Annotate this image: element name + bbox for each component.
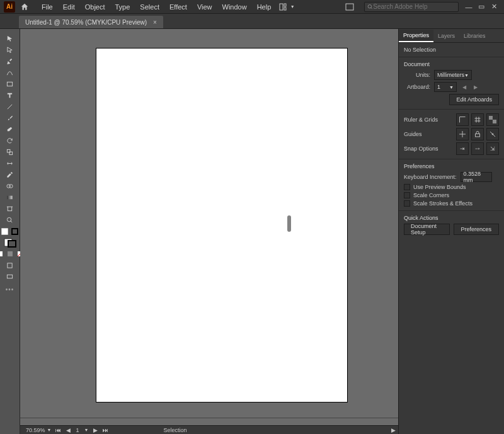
gradient-mode-icon[interactable] xyxy=(6,249,14,258)
minimize-button[interactable]: — xyxy=(462,1,475,13)
use-preview-bounds-checkbox[interactable]: Use Preview Bounds xyxy=(404,184,499,190)
zoom-dropdown[interactable]: 70.59%▼ xyxy=(23,427,54,433)
svg-rect-21 xyxy=(8,241,16,247)
search-field[interactable] xyxy=(364,2,459,12)
artboard-prev-button[interactable]: ◀ xyxy=(65,427,72,433)
horizontal-scrollbar[interactable] xyxy=(20,418,398,425)
preferences-section-title: Preferences xyxy=(404,163,499,169)
close-tab-icon[interactable]: × xyxy=(153,19,157,26)
menu-view[interactable]: View xyxy=(192,2,217,12)
document-tab-title: Untitled-1 @ 70.59% (CMYK/CPU Preview) xyxy=(25,19,147,26)
scale-strokes-checkbox[interactable]: Scale Strokes & Effects xyxy=(404,200,499,207)
artboard-index-field[interactable]: 1 xyxy=(74,427,80,433)
selection-status: No Selection xyxy=(404,47,499,53)
keyboard-increment-input[interactable]: 0.3528 mm xyxy=(461,172,492,182)
pen-tool[interactable] xyxy=(6,57,14,66)
artboard-last-button[interactable]: ⏭ xyxy=(101,427,110,433)
artboard-dropdown[interactable]: 1▼ xyxy=(434,82,457,92)
artboard-first-button[interactable]: ⏮ xyxy=(54,427,62,433)
arrange-documents-icon[interactable] xyxy=(341,2,358,12)
edit-artboards-button[interactable]: Edit Artboards xyxy=(449,94,499,105)
svg-rect-23 xyxy=(8,251,13,256)
fill-stroke-indicator[interactable] xyxy=(1,238,19,247)
svg-line-7 xyxy=(8,104,12,108)
snap-grid-icon[interactable]: ⇲ xyxy=(486,142,499,155)
search-icon xyxy=(367,4,373,10)
menu-help[interactable]: Help xyxy=(252,2,277,12)
gradient-tool[interactable] xyxy=(6,193,14,202)
eraser-tool[interactable] xyxy=(6,125,14,134)
canvas-area: 70.59%▼ ⏮ ◀ 1 ▼ ▶ ⏭ Selection ▶ xyxy=(20,29,398,434)
transparency-grid-icon[interactable] xyxy=(486,113,499,126)
menu-select[interactable]: Select xyxy=(135,2,164,12)
smart-guides-icon[interactable] xyxy=(486,128,499,140)
document-setup-button[interactable]: Document Setup xyxy=(404,224,450,235)
tab-libraries[interactable]: Libraries xyxy=(459,30,490,42)
panel-tabs: Properties Layers Libraries xyxy=(399,29,504,43)
menu-effect[interactable]: Effect xyxy=(164,2,192,12)
tool-panel: ••• xyxy=(0,29,20,434)
right-panel-group: Properties Layers Libraries No Selection… xyxy=(398,29,504,434)
zoom-tool[interactable] xyxy=(6,215,14,224)
menu-window[interactable]: Window xyxy=(217,2,252,12)
width-tool[interactable] xyxy=(6,159,14,168)
svg-point-16 xyxy=(7,217,11,221)
tab-properties[interactable]: Properties xyxy=(399,30,433,42)
home-icon[interactable] xyxy=(19,1,30,13)
document-tab[interactable]: Untitled-1 @ 70.59% (CMYK/CPU Preview) × xyxy=(19,16,163,28)
artboard-next-button[interactable]: ▶ xyxy=(92,427,99,433)
line-segment-tool[interactable] xyxy=(6,102,14,111)
snap-point-icon[interactable]: ⤍ xyxy=(471,142,484,155)
selection-tool[interactable] xyxy=(6,34,14,43)
artboard[interactable] xyxy=(96,48,348,403)
ruler-toggle-icon[interactable] xyxy=(456,113,469,126)
tab-layers[interactable]: Layers xyxy=(433,30,459,42)
app-logo: Ai xyxy=(4,1,15,13)
menu-edit[interactable]: Edit xyxy=(58,2,80,12)
menu-file[interactable]: File xyxy=(37,2,58,12)
artboard-next-icon[interactable]: ▶ xyxy=(472,83,479,91)
menu-bar: Ai File Edit Object Type Select Effect V… xyxy=(0,0,504,14)
rotate-tool[interactable] xyxy=(6,136,14,145)
color-mode-icon[interactable] xyxy=(0,249,4,258)
paintbrush-tool[interactable] xyxy=(6,113,14,122)
maximize-button[interactable]: ▭ xyxy=(475,1,488,13)
menu-type[interactable]: Type xyxy=(110,2,135,12)
guides-visibility-icon[interactable] xyxy=(456,128,469,140)
search-input[interactable] xyxy=(373,3,455,10)
type-tool[interactable] xyxy=(6,91,14,100)
artboard-prev-icon[interactable]: ◀ xyxy=(461,83,468,91)
scale-tool[interactable] xyxy=(6,147,14,156)
direct-selection-tool[interactable] xyxy=(6,45,14,54)
rectangle-tool[interactable] xyxy=(6,79,14,88)
units-dropdown[interactable]: Millimeters▼ xyxy=(434,70,472,80)
svg-rect-6 xyxy=(7,82,12,86)
workspace-switcher-icon[interactable]: ▼ xyxy=(278,2,295,12)
svg-rect-22 xyxy=(0,251,3,256)
draw-mode-icon[interactable] xyxy=(6,261,14,270)
vertical-scroll-thumb[interactable] xyxy=(287,215,291,232)
svg-rect-13 xyxy=(8,207,11,210)
artboard-tool[interactable] xyxy=(6,204,14,213)
scale-corners-checkbox[interactable]: Scale Corners xyxy=(404,192,499,198)
document-tab-bar: Untitled-1 @ 70.59% (CMYK/CPU Preview) × xyxy=(0,14,504,29)
status-menu-icon[interactable]: ▶ xyxy=(391,427,396,433)
snap-pixel-icon[interactable]: ⇥ xyxy=(456,142,469,155)
eyedropper-tool[interactable] xyxy=(6,170,14,179)
menu-object[interactable]: Object xyxy=(80,2,110,12)
close-button[interactable]: ✕ xyxy=(488,1,500,13)
svg-rect-29 xyxy=(493,120,496,123)
preferences-button[interactable]: Preferences xyxy=(454,224,500,235)
properties-panel: No Selection Document Units: Millimeters… xyxy=(399,43,504,434)
canvas-viewport[interactable] xyxy=(20,29,398,418)
curvature-tool[interactable] xyxy=(6,68,14,77)
stroke-swatch[interactable] xyxy=(11,227,20,236)
fill-swatch[interactable] xyxy=(1,227,9,236)
screen-mode-icon[interactable] xyxy=(6,272,14,281)
svg-rect-19 xyxy=(12,229,18,234)
edit-toolbar-icon[interactable]: ••• xyxy=(6,286,14,293)
svg-rect-12 xyxy=(7,195,12,199)
shape-builder-tool[interactable] xyxy=(6,181,14,190)
guides-lock-icon[interactable] xyxy=(471,128,484,140)
grid-toggle-icon[interactable] xyxy=(471,113,484,126)
